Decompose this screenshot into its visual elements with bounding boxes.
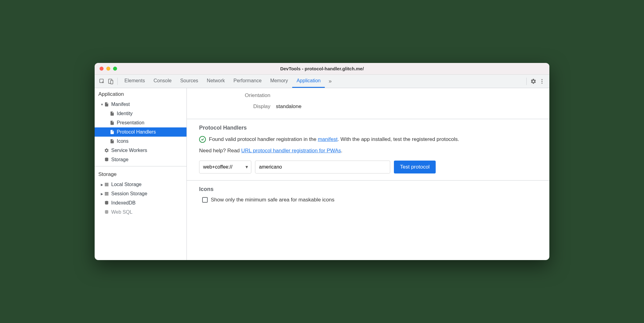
help-link[interactable]: URL protocol handler registration for PW…: [241, 148, 341, 154]
panel-tabs: Elements Console Sources Network Perform…: [120, 75, 335, 88]
protocol-test-row: web+coffee:// ▾ Test protocol: [199, 161, 537, 173]
inspect-element-icon[interactable]: [98, 77, 106, 86]
close-button[interactable]: [100, 67, 104, 71]
display-value: standalone: [276, 103, 301, 110]
sidebar-item-label: Storage: [111, 157, 128, 162]
sidebar-item-manifest[interactable]: ▼ Manifest: [95, 100, 187, 109]
maskable-checkbox[interactable]: [202, 197, 208, 203]
checkbox-label: Show only the minimum safe area for mask…: [211, 197, 335, 203]
svg-rect-8: [105, 184, 108, 185]
sidebar-item-label: Protocol Handlers: [117, 129, 156, 135]
titlebar: DevTools - protocol-handler.glitch.me/: [95, 63, 549, 75]
main-toolbar: Elements Console Sources Network Perform…: [95, 75, 549, 88]
test-protocol-button[interactable]: Test protocol: [394, 161, 436, 173]
manifest-link[interactable]: manifest: [318, 136, 337, 142]
tab-console[interactable]: Console: [149, 75, 176, 88]
svg-rect-12: [105, 195, 108, 196]
svg-rect-11: [105, 193, 108, 194]
devtools-window: DevTools - protocol-handler.glitch.me/ E…: [95, 63, 549, 260]
sidebar-item-identity[interactable]: Identity: [95, 109, 187, 118]
database-icon: [104, 157, 109, 162]
section-storage: Storage: [95, 168, 187, 180]
protocol-select[interactable]: web+coffee:// ▾: [199, 161, 251, 173]
file-icon: [109, 111, 115, 116]
sidebar-item-service-workers[interactable]: Service Workers: [95, 146, 187, 155]
svg-rect-7: [105, 183, 108, 184]
settings-icon[interactable]: [529, 77, 538, 86]
sidebar-item-storage-app[interactable]: Storage: [95, 155, 187, 164]
chevron-right-icon: ▶: [100, 183, 104, 186]
check-circle-icon: [199, 136, 206, 143]
status-prefix: Found valid protocol handler registratio…: [209, 136, 318, 142]
icons-section: Icons Show only the minimum safe area fo…: [187, 180, 549, 210]
minimize-button[interactable]: [106, 67, 110, 71]
help-message: Need help? Read URL protocol handler reg…: [199, 148, 537, 154]
sidebar-item-icons[interactable]: Icons: [95, 137, 187, 146]
chevron-down-icon: ▼: [100, 103, 104, 106]
manifest-details: Orientation Display standalone: [187, 88, 549, 119]
status-suffix: . With the app installed, test the regis…: [338, 136, 459, 142]
maximize-button[interactable]: [113, 67, 117, 71]
content-pane: Orientation Display standalone Protocol …: [187, 88, 549, 260]
sidebar-item-indexeddb[interactable]: IndexedDB: [95, 198, 187, 208]
help-prefix: Need help? Read: [199, 148, 241, 154]
sidebar-item-session-storage[interactable]: ▶ Session Storage: [95, 189, 187, 198]
svg-point-4: [541, 81, 542, 82]
sidebar-item-label: Session Storage: [111, 191, 147, 197]
file-icon: [109, 129, 115, 135]
application-sidebar: Application ▼ Manifest Identity Presenta…: [95, 88, 187, 260]
maskable-checkbox-row: Show only the minimum safe area for mask…: [202, 197, 537, 203]
section-heading: Protocol Handlers: [199, 125, 537, 131]
status-text: Found valid protocol handler registratio…: [209, 135, 459, 143]
svg-rect-9: [105, 185, 108, 186]
section-heading: Icons: [199, 186, 537, 193]
device-toggle-icon[interactable]: [106, 77, 115, 86]
sidebar-item-label: Local Storage: [111, 182, 142, 187]
orientation-row: Orientation: [199, 90, 537, 101]
separator: [117, 78, 118, 85]
separator: [526, 78, 527, 85]
kebab-menu-icon[interactable]: [538, 77, 546, 86]
database-icon: [104, 209, 109, 215]
display-label: Display: [199, 103, 276, 110]
sidebar-item-protocol-handlers[interactable]: Protocol Handlers: [95, 127, 187, 137]
sidebar-item-label: Manifest: [111, 102, 130, 107]
table-icon: [104, 191, 109, 197]
window-title: DevTools - protocol-handler.glitch.me/: [280, 66, 364, 71]
sidebar-item-presentation[interactable]: Presentation: [95, 118, 187, 127]
tab-network[interactable]: Network: [202, 75, 229, 88]
more-tabs-button[interactable]: »: [325, 75, 335, 88]
chevron-down-icon: ▾: [245, 164, 248, 170]
table-icon: [104, 182, 109, 187]
svg-point-5: [541, 83, 542, 84]
sidebar-item-local-storage[interactable]: ▶ Local Storage: [95, 180, 187, 189]
status-message: Found valid protocol handler registratio…: [199, 135, 537, 143]
orientation-label: Orientation: [199, 92, 276, 99]
tab-sources[interactable]: Sources: [176, 75, 202, 88]
sidebar-item-label: Identity: [117, 111, 133, 116]
sidebar-item-websql[interactable]: Web SQL: [95, 208, 187, 217]
tab-memory[interactable]: Memory: [266, 75, 292, 88]
tab-elements[interactable]: Elements: [120, 75, 149, 88]
help-suffix: .: [341, 148, 343, 154]
main-area: Application ▼ Manifest Identity Presenta…: [95, 88, 549, 260]
svg-point-3: [541, 79, 542, 80]
sidebar-item-label: IndexedDB: [111, 200, 135, 206]
sidebar-item-label: Service Workers: [111, 148, 147, 153]
traffic-lights: [100, 67, 117, 71]
divider: [95, 166, 187, 166]
select-value: web+coffee://: [203, 164, 232, 170]
svg-rect-2: [111, 80, 113, 84]
tab-performance[interactable]: Performance: [229, 75, 266, 88]
file-icon: [109, 138, 115, 144]
protocol-handlers-section: Protocol Handlers Found valid protocol h…: [187, 119, 549, 180]
sidebar-item-label: Web SQL: [111, 209, 132, 215]
sidebar-item-label: Presentation: [117, 120, 144, 126]
protocol-path-input[interactable]: [255, 161, 390, 173]
tab-application[interactable]: Application: [292, 75, 325, 88]
database-icon: [104, 200, 109, 206]
display-row: Display standalone: [199, 101, 537, 112]
section-application: Application: [95, 88, 187, 100]
gear-icon: [104, 148, 109, 153]
file-icon: [109, 120, 115, 126]
